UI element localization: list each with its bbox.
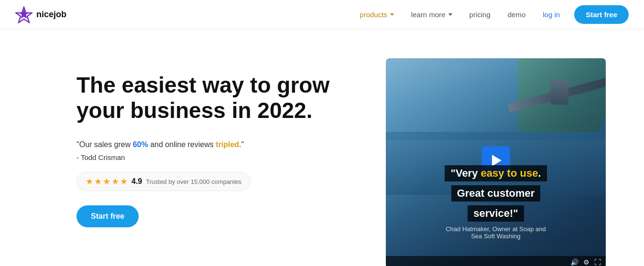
navbar: nicejob products learn more pricing demo… <box>0 0 644 30</box>
video-easy-highlight: easy to use <box>481 167 538 179</box>
star-2: ★ <box>94 176 102 187</box>
star-1: ★ <box>86 176 93 187</box>
hero-title: The easiest way to grow your business in… <box>76 73 354 123</box>
fullscreen-icon[interactable]: ⛶ <box>594 258 601 266</box>
quote-blue: 60% <box>133 140 148 149</box>
nav-start-free-button[interactable]: Start free <box>574 5 629 24</box>
rating-number: 4.9 <box>131 177 142 186</box>
hero-quote: "Our sales grew 60% and online reviews t… <box>76 138 354 151</box>
nav-item-login[interactable]: log in <box>536 7 567 22</box>
settings-icon[interactable]: ⚙ <box>583 258 589 266</box>
nav-links: products learn more pricing demo log in … <box>353 5 629 24</box>
video-quote-line1: "Very easy to use. <box>445 165 546 181</box>
nav-item-pricing[interactable]: pricing <box>463 7 497 22</box>
chevron-down-icon <box>448 13 452 16</box>
nav-item-products[interactable]: products <box>353 7 401 22</box>
hero-author: - Todd Crisman <box>76 153 354 161</box>
star-rating: ★ ★ ★ ★ ★ <box>86 176 128 187</box>
quote-suffix: ." <box>239 140 244 149</box>
logo-icon <box>15 6 33 23</box>
hero-start-free-button[interactable]: Start free <box>76 205 139 227</box>
hero-video: "Very easy to use. Great customer servic… <box>386 58 606 266</box>
video-text-overlay: "Very easy to use. Great customer servic… <box>386 165 606 240</box>
nav-item-demo[interactable]: demo <box>501 7 533 22</box>
quote-prefix: "Our sales grew <box>76 140 133 149</box>
video-quote-line3: service!" <box>468 205 524 222</box>
quote-middle: and online reviews <box>148 140 216 149</box>
logo-text: nicejob <box>36 10 66 20</box>
quote-yellow: tripled <box>216 140 239 149</box>
star-4: ★ <box>111 176 119 187</box>
hero-section: The easiest way to grow your business in… <box>0 30 644 266</box>
chevron-down-icon <box>390 13 394 16</box>
volume-icon[interactable]: 🔊 <box>570 258 579 266</box>
star-3: ★ <box>103 176 110 187</box>
hero-rating: ★ ★ ★ ★ ★ 4.9 Trusted by over 15,000 com… <box>76 172 251 191</box>
star-5: ★ <box>120 176 128 187</box>
video-controls-bar: 🔊 ⚙ ⛶ <box>386 256 606 266</box>
play-triangle-icon <box>492 155 502 166</box>
hero-content: The easiest way to grow your business in… <box>76 58 354 227</box>
video-quote-line2: Great customer <box>451 185 541 202</box>
rating-text: Trusted by over 15,000 companies <box>146 178 241 185</box>
logo[interactable]: nicejob <box>15 6 66 23</box>
nav-item-learn-more[interactable]: learn more <box>404 7 459 22</box>
video-attribution: Chad Hatmaker, Owner at Soap and Sea Sof… <box>395 225 596 240</box>
